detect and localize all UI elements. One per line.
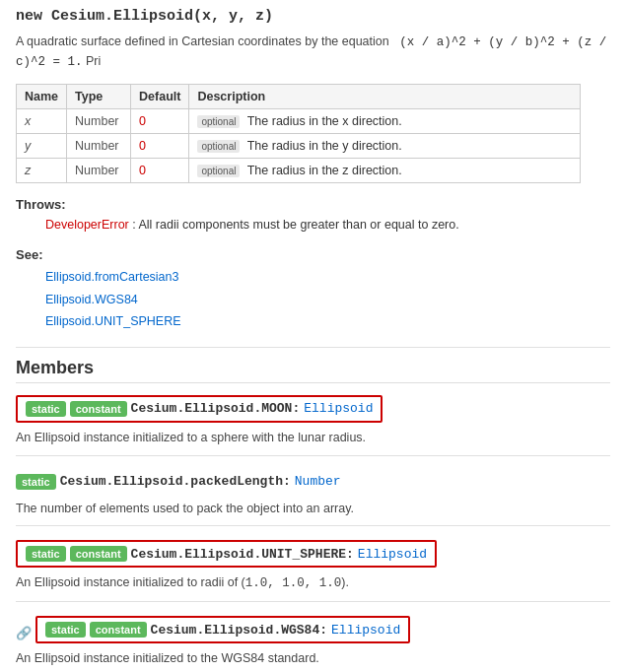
- page-container: new Cesium.Ellipsoid(x, y, z) A quadrati…: [0, 0, 626, 672]
- member-desc-wgs84: An Ellipsoid instance initialized to the…: [16, 649, 610, 668]
- param-desc-cell: optional The radius in the z direction.: [189, 158, 580, 182]
- col-name: Name: [17, 84, 67, 108]
- members-title: Members: [16, 358, 610, 383]
- member-header-packed-length: static Cesium.Ellipsoid.packedLength : N…: [16, 470, 610, 500]
- member-item-unit-sphere: staticconstant Cesium.Ellipsoid.UNIT_SPH…: [16, 540, 610, 602]
- table-row: y Number 0 optional The radius in the y …: [17, 133, 581, 158]
- member-header-unit-sphere: staticconstant Cesium.Ellipsoid.UNIT_SPH…: [16, 540, 610, 573]
- developer-error-link[interactable]: DeveloperError: [45, 218, 129, 232]
- member-type-text: Ellipsoid: [358, 547, 427, 562]
- param-default-cell: 0: [131, 108, 189, 133]
- param-name-cell: y: [17, 133, 67, 158]
- member-separator: :: [283, 474, 291, 489]
- member-desc-moon: An Ellipsoid instance initialized to a s…: [16, 429, 610, 447]
- member-desc-unit-sphere: An Ellipsoid instance initialized to rad…: [16, 573, 610, 593]
- see-link[interactable]: Ellipsoid.UNIT_SPHERE: [45, 310, 610, 333]
- col-type: Type: [67, 84, 131, 108]
- throws-label: Throws:: [16, 197, 610, 212]
- member-item-packed-length: static Cesium.Ellipsoid.packedLength : N…: [16, 470, 610, 527]
- constant-badge: constant: [70, 546, 127, 562]
- member-type-text: Number: [295, 474, 341, 489]
- static-badge: static: [45, 622, 86, 638]
- member-signature-moon: staticconstant Cesium.Ellipsoid.MOON : E…: [16, 395, 383, 423]
- param-type-cell: Number: [67, 158, 131, 182]
- param-name-cell: z: [17, 158, 67, 182]
- static-badge: static: [16, 474, 56, 490]
- members-list: staticconstant Cesium.Ellipsoid.MOON : E…: [16, 395, 610, 668]
- constant-badge: constant: [90, 622, 147, 638]
- see-label: See:: [16, 247, 610, 262]
- constant-badge: constant: [70, 401, 127, 417]
- static-badge: static: [26, 546, 66, 562]
- member-type-text: Ellipsoid: [331, 623, 400, 638]
- param-name-cell: x: [17, 108, 67, 133]
- param-desc-cell: optional The radius in the x direction.: [189, 108, 580, 133]
- optional-badge: optional: [197, 140, 240, 153]
- see-link[interactable]: Ellipsoid.WGS84: [45, 289, 610, 311]
- col-description: Description: [189, 84, 580, 108]
- optional-badge: optional: [197, 165, 240, 177]
- equation-code: (x / a)^2 + (y / b)^2 + (z / c)^2 = 1.: [16, 35, 606, 69]
- member-separator: :: [346, 547, 354, 562]
- member-item-moon: staticconstant Cesium.Ellipsoid.MOON : E…: [16, 395, 610, 456]
- table-row: z Number 0 optional The radius in the z …: [17, 158, 581, 182]
- member-header-moon: staticconstant Cesium.Ellipsoid.MOON : E…: [16, 395, 610, 429]
- member-name-text: Cesium.Ellipsoid.UNIT_SPHERE: [131, 547, 346, 562]
- see-link[interactable]: Ellipsoid.fromCartesian3: [45, 266, 610, 289]
- description-text: A quadratic surface defined in Cartesian…: [16, 33, 610, 72]
- member-signature-wgs84: staticconstant Cesium.Ellipsoid.WGS84 : …: [35, 616, 410, 643]
- member-divider: [16, 455, 610, 456]
- member-separator: :: [319, 623, 327, 638]
- member-divider: [16, 525, 610, 526]
- table-header-row: Name Type Default Description: [17, 84, 581, 108]
- member-separator: :: [292, 401, 300, 416]
- param-default-cell: 0: [131, 158, 189, 182]
- param-desc-cell: optional The radius in the y direction.: [189, 133, 580, 158]
- param-type-cell: Number: [67, 108, 131, 133]
- member-item-wgs84: 🔗 staticconstant Cesium.Ellipsoid.WGS84 …: [16, 616, 610, 668]
- param-type-cell: Number: [67, 133, 131, 158]
- member-name-text: Cesium.Ellipsoid.MOON: [131, 401, 293, 416]
- member-signature-unit-sphere: staticconstant Cesium.Ellipsoid.UNIT_SPH…: [16, 540, 437, 568]
- throws-message: : All radii components must be greater t…: [129, 218, 459, 232]
- col-default: Default: [131, 84, 189, 108]
- optional-badge: optional: [197, 115, 240, 128]
- member-divider: [16, 601, 610, 602]
- see-section: See: Ellipsoid.fromCartesian3Ellipsoid.W…: [16, 247, 610, 333]
- member-header-wgs84: 🔗 staticconstant Cesium.Ellipsoid.WGS84 …: [16, 616, 610, 649]
- member-desc-packed-length: The number of elements used to pack the …: [16, 500, 610, 518]
- member-name-text: Cesium.Ellipsoid.packedLength: [60, 474, 283, 489]
- see-links: Ellipsoid.fromCartesian3Ellipsoid.WGS84E…: [45, 266, 610, 333]
- member-type-text: Ellipsoid: [304, 401, 373, 416]
- member-signature-packed-length: static Cesium.Ellipsoid.packedLength : N…: [16, 470, 341, 494]
- throws-section: Throws: DeveloperError : All radii compo…: [16, 197, 610, 235]
- link-icon: 🔗: [16, 626, 32, 640]
- constructor-title: new Cesium.Ellipsoid(x, y, z): [16, 8, 610, 25]
- param-default-cell: 0: [131, 133, 189, 158]
- static-badge: static: [26, 401, 66, 417]
- table-row: x Number 0 optional The radius in the x …: [17, 108, 581, 133]
- member-name-text: Cesium.Ellipsoid.WGS84: [151, 623, 320, 638]
- section-divider: [16, 347, 610, 348]
- params-table: Name Type Default Description x Number 0…: [16, 84, 581, 183]
- throws-content: DeveloperError : All radii components mu…: [45, 216, 610, 235]
